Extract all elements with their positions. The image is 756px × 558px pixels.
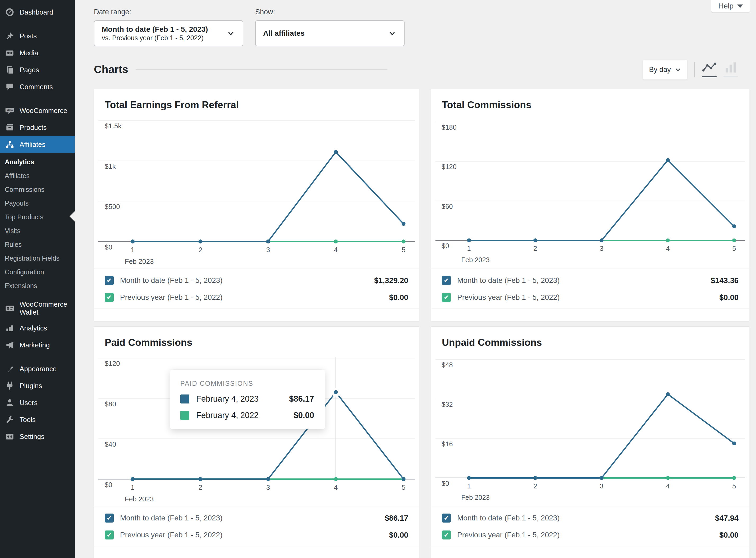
sidebar-subitem-top-products[interactable]: Top Products [0,210,75,224]
svg-text:$120: $120 [105,360,120,367]
chart-plot[interactable]: $180$120$60$012345Feb 2023 [431,110,749,269]
sidebar-link-woocommerce-wallet[interactable]: WooCommerce Wallet [0,297,75,320]
sidebar-subitem-extensions[interactable]: Extensions [0,279,75,293]
legend-checkbox-checked[interactable]: ✔ [105,276,114,285]
legend-checkbox-checked[interactable]: ✔ [442,513,451,523]
sidebar-link-woocommerce[interactable]: WooWooCommerce [0,102,75,119]
sidebar-link-pages[interactable]: Pages [0,61,75,78]
help-button[interactable]: Help [711,0,750,13]
sidebar-item-settings: Settings [0,428,75,445]
legend-row: ✔Previous year (Feb 1 - 5, 2022)$0.00 [105,527,408,543]
svg-text:2: 2 [198,484,202,491]
sidebar-link-dashboard[interactable]: Dashboard [0,4,75,21]
sidebar-item-plugins: Plugins [0,377,75,394]
sidebar-item-label: Tools [20,416,36,424]
sidebar-subitem-registration-fields[interactable]: Registration Fields [0,251,75,265]
legend-checkbox-checked[interactable]: ✔ [442,293,451,302]
tooltip-value: $86.17 [289,394,314,404]
sidebar-subitem-configuration[interactable]: Configuration [0,265,75,279]
show-label: Show: [255,8,405,16]
admin-sidebar: DashboardPostsMediaPagesCommentsWooWooCo… [0,0,75,558]
affiliates-icon [5,140,15,150]
sidebar-item-label: Analytics [20,324,47,332]
inactive-underline [724,76,738,77]
menu-separator [0,95,75,102]
chart-controls: By day [643,59,738,80]
marketing-icon [5,340,15,350]
legend-checkbox-checked[interactable]: ✔ [442,276,451,285]
date-range-select[interactable]: Month to date (Feb 1 - 5, 2023) vs. Prev… [94,20,243,46]
sidebar-item-pages: Pages [0,61,75,78]
sidebar-link-affiliates[interactable]: Affiliates [0,136,75,153]
affiliates-select[interactable]: All affiliates [255,20,405,46]
sidebar-link-plugins[interactable]: Plugins [0,377,75,394]
legend-label: Previous year (Feb 1 - 5, 2022) [120,293,389,302]
svg-text:4: 4 [334,484,338,491]
chart-legend: ✔Month to date (Feb 1 - 5, 2023)$86.17✔P… [94,506,419,546]
legend-label: Previous year (Feb 1 - 5, 2022) [457,531,719,539]
chart-plot[interactable]: $1.5k$1k$500$012345Feb 2023 [94,110,419,269]
legend-checkbox-checked[interactable]: ✔ [105,531,114,539]
svg-text:$0: $0 [441,480,449,487]
sidebar-link-appearance[interactable]: Appearance [0,360,75,377]
svg-text:2: 2 [198,246,202,253]
sidebar-link-users[interactable]: Users [0,394,75,411]
sidebar-item-label: Products [20,124,47,131]
sidebar-item-label: Users [20,399,37,407]
interval-select[interactable]: By day [643,59,687,80]
charts-section-header: Charts By day [94,63,746,76]
line-chart-toggle[interactable] [702,62,717,77]
chart-plot-area: $48$32$16$012345Feb 2023 [431,347,749,506]
sidebar-subitem-rules[interactable]: Rules [0,237,75,251]
sidebar-link-comments[interactable]: Comments [0,78,75,95]
svg-text:$80: $80 [105,400,116,408]
legend-total: $0.00 [389,293,408,302]
sidebar-link-marketing[interactable]: Marketing [0,336,75,354]
sidebar-item-label: Posts [20,32,37,40]
sidebar-subitem-analytics[interactable]: Analytics [0,155,75,169]
sidebar-subitem-affiliates[interactable]: Affiliates [0,169,75,182]
sidebar-link-analytics[interactable]: Analytics [0,320,75,336]
legend-checkbox-checked[interactable]: ✔ [442,531,451,539]
analytics-icon [5,323,15,333]
svg-text:4: 4 [666,482,670,490]
sidebar-link-posts[interactable]: Posts [0,27,75,45]
svg-text:$180: $180 [441,124,456,131]
sidebar-subitem-visits[interactable]: Visits [0,224,75,237]
legend-label: Month to date (Feb 1 - 5, 2023) [120,276,374,285]
chart-title: Total Commissions [442,99,738,111]
sidebar-link-media[interactable]: Media [0,45,75,61]
svg-text:1: 1 [467,245,471,252]
chart-legend: ✔Month to date (Feb 1 - 5, 2023)$143.36✔… [431,269,749,308]
tools-icon [5,414,15,425]
sidebar-item-label: Settings [20,433,45,440]
section-divider [136,69,387,70]
card-footer [431,308,749,322]
series-swatch [180,411,189,420]
tooltip-value: $0.00 [294,411,314,420]
card-footer [94,546,419,558]
sidebar-item-users: Users [0,394,75,411]
chart-plot[interactable]: $48$32$16$012345Feb 2023 [431,347,749,506]
sidebar-item-appearance: Appearance [0,360,75,377]
legend-row: ✔Previous year (Feb 1 - 5, 2022)$0.00 [105,289,408,306]
sidebar-item-label: Dashboard [20,8,53,16]
date-range-label: Date range: [94,8,243,16]
bar-chart-toggle[interactable] [724,62,738,77]
sidebar-subitem-payouts[interactable]: Payouts [0,196,75,210]
sidebar-link-tools[interactable]: Tools [0,411,75,428]
legend-checkbox-checked[interactable]: ✔ [105,293,114,302]
sidebar-subitem-commissions[interactable]: Commissions [0,182,75,196]
sidebar-link-products[interactable]: Products [0,119,75,136]
svg-text:Feb 2023: Feb 2023 [125,495,154,503]
sidebar-item-analytics: Analytics [0,320,75,336]
sidebar-link-settings[interactable]: Settings [0,428,75,445]
legend-checkbox-checked[interactable]: ✔ [105,513,114,523]
series-swatch [180,395,189,404]
svg-text:3: 3 [600,482,603,490]
chart-card-total-earnings-from-referral: Total Earnings From Referral $1.5k$1k$50… [94,89,419,322]
wallet-icon [5,303,15,313]
svg-text:$0: $0 [105,244,112,251]
chart-card-paid-commissions: Paid Commissions $120$80$40$012345Feb 20… [94,327,419,558]
svg-text:5: 5 [402,484,405,491]
